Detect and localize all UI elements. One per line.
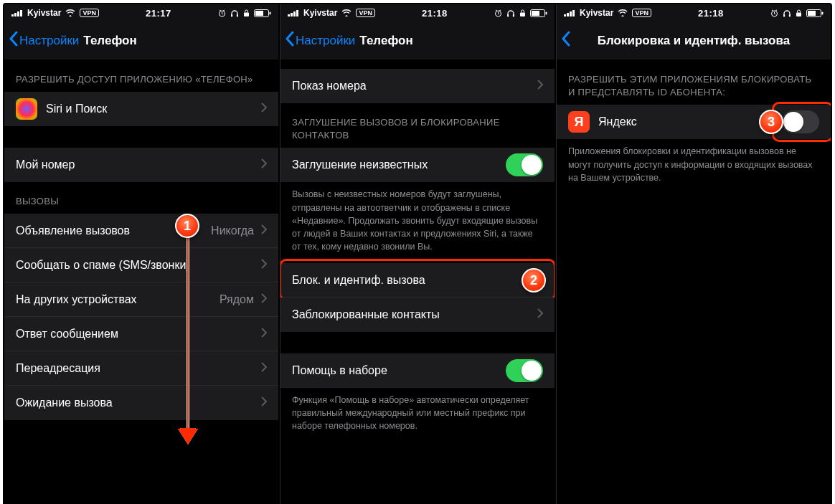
silence-unknown-toggle[interactable]	[506, 153, 543, 176]
my-number-cell[interactable]: Мой номер	[4, 148, 278, 182]
siri-icon	[16, 98, 37, 120]
nav-bar: Настройки Телефон	[4, 22, 278, 60]
chevron-right-icon	[261, 293, 267, 306]
dial-assist-toggle[interactable]	[506, 359, 543, 382]
back-button[interactable]	[560, 28, 573, 53]
wifi-icon	[65, 9, 75, 16]
svg-rect-12	[291, 13, 293, 16]
cell-label: Заблокированные контакты	[292, 308, 534, 321]
other-devices-cell[interactable]: На других устройствах Рядом	[4, 282, 278, 317]
svg-rect-21	[545, 11, 547, 14]
wifi-icon	[341, 9, 352, 16]
carrier-label: Kyivstar	[303, 8, 337, 18]
vpn-icon: VPN	[80, 9, 99, 17]
settings-content[interactable]: РАЗРЕШИТЬ ЭТИМ ПРИЛОЖЕНИЯМ БЛОКИРОВАТЬ И…	[557, 60, 831, 504]
alarm-icon	[494, 9, 502, 17]
alarm-icon	[770, 9, 778, 17]
call-forwarding-cell[interactable]: Переадресация	[4, 351, 278, 386]
settings-content[interactable]: РАЗРЕШИТЬ ДОСТУП ПРИЛОЖЕНИЮ «ТЕЛЕФОН» Si…	[4, 60, 278, 504]
svg-rect-18	[520, 12, 525, 16]
cell-label: Siri и Поиск	[46, 103, 258, 115]
back-button[interactable]: Настройки	[7, 28, 80, 53]
step-badge-3: 3	[759, 110, 783, 134]
chevron-right-icon	[261, 224, 267, 237]
dial-assist-cell[interactable]: Помощь в наборе	[280, 353, 555, 388]
headphones-icon	[783, 9, 791, 17]
svg-rect-9	[255, 11, 263, 16]
status-bar: Kyivstar VPN 21:18	[557, 4, 831, 22]
lock-icon	[519, 9, 526, 17]
svg-rect-28	[789, 14, 791, 17]
svg-rect-14	[296, 10, 298, 16]
spam-report-cell[interactable]: Сообщать о спаме (SMS/звонки)	[4, 248, 278, 282]
battery-icon	[254, 9, 271, 17]
step-badge-1: 1	[175, 214, 199, 238]
svg-rect-16	[507, 14, 509, 17]
reply-message-cell[interactable]: Ответ сообщением	[4, 317, 278, 351]
yandex-toggle[interactable]	[782, 110, 819, 133]
yandex-app-cell[interactable]: Я Яндекс 3	[557, 105, 831, 139]
cell-label: Ожидание вызова	[16, 396, 258, 409]
svg-rect-22	[564, 14, 566, 16]
chevron-right-icon	[537, 80, 543, 92]
chevron-right-icon	[261, 328, 267, 341]
status-time: 21:17	[146, 8, 171, 19]
nav-title: Телефон	[83, 34, 136, 48]
chevron-right-icon	[261, 259, 267, 272]
cell-label: Переадресация	[16, 362, 258, 375]
section-header-silence: ЗАГЛУШЕНИЕ ВЫЗОВОВ И БЛОКИРОВАНИЕ КОНТАК…	[280, 103, 555, 148]
back-label: Настройки	[19, 34, 79, 48]
chevron-left-icon	[285, 31, 295, 50]
svg-rect-20	[532, 11, 539, 16]
phone-screen-2: Kyivstar VPN 21:18 Настройки Телефон	[280, 4, 555, 504]
lock-icon	[796, 9, 802, 17]
announce-calls-cell[interactable]: Объявление вызовов Никогда	[4, 214, 278, 248]
signal-icon	[11, 9, 23, 16]
carrier-label: Kyivstar	[27, 8, 61, 18]
phone-screen-1: Kyivstar VPN 21:17 Настройки Телефон	[4, 4, 278, 504]
settings-content[interactable]: Показ номера ЗАГЛУШЕНИЕ ВЫЗОВОВ И БЛОКИР…	[280, 60, 555, 504]
status-time: 21:18	[422, 8, 448, 19]
nav-title: Блокировка и идентиф. вызова	[557, 34, 831, 48]
battery-icon	[530, 9, 547, 17]
phone-screen-3: Kyivstar VPN 21:18 Блокировка и идентиф.…	[556, 4, 831, 504]
svg-rect-24	[570, 11, 572, 16]
svg-rect-25	[572, 10, 575, 16]
show-caller-id-cell[interactable]: Показ номера	[280, 69, 555, 103]
svg-rect-29	[796, 12, 801, 16]
vpn-icon: VPN	[632, 9, 651, 17]
svg-rect-5	[231, 14, 232, 17]
step-badge-2: 2	[522, 268, 546, 293]
vpn-icon: VPN	[356, 9, 375, 17]
cell-label: Показ номера	[292, 80, 534, 92]
cell-label: Заглушение неизвестных	[292, 158, 506, 171]
back-label: Настройки	[296, 34, 355, 48]
call-blocking-id-cell[interactable]: Блок. и идентиф. вызова 2	[280, 263, 555, 298]
svg-rect-27	[783, 14, 785, 17]
cell-label: Мой номер	[16, 158, 258, 171]
wifi-icon	[618, 9, 628, 16]
cell-label: Блок. и идентиф. вызова	[292, 274, 534, 287]
chevron-right-icon	[261, 103, 267, 115]
svg-rect-23	[567, 13, 569, 16]
signal-icon	[288, 9, 299, 16]
call-waiting-cell[interactable]: Ожидание вызова	[4, 386, 278, 420]
svg-rect-0	[11, 14, 14, 16]
cell-label: Ответ сообщением	[16, 328, 258, 341]
svg-rect-6	[237, 14, 238, 17]
back-button[interactable]: Настройки	[283, 28, 357, 53]
status-bar: Kyivstar VPN 21:17	[4, 4, 278, 22]
siri-search-cell[interactable]: Siri и Поиск	[4, 92, 278, 126]
cell-label: Сообщать о спаме (SMS/звонки)	[16, 259, 258, 272]
svg-rect-31	[808, 11, 816, 16]
blocked-contacts-cell[interactable]: Заблокированные контакты	[280, 298, 555, 332]
chevron-right-icon	[261, 396, 267, 409]
cell-label: Яндекс	[598, 115, 782, 128]
yandex-icon: Я	[568, 111, 590, 133]
silence-unknown-cell[interactable]: Заглушение неизвестных	[280, 148, 555, 182]
lock-icon	[243, 9, 250, 17]
chevron-right-icon	[261, 362, 267, 375]
apps-footer: Приложения блокировки и идентификации вы…	[557, 139, 831, 194]
nav-title: Телефон	[359, 34, 412, 48]
cell-label: На других устройствах	[16, 293, 220, 306]
